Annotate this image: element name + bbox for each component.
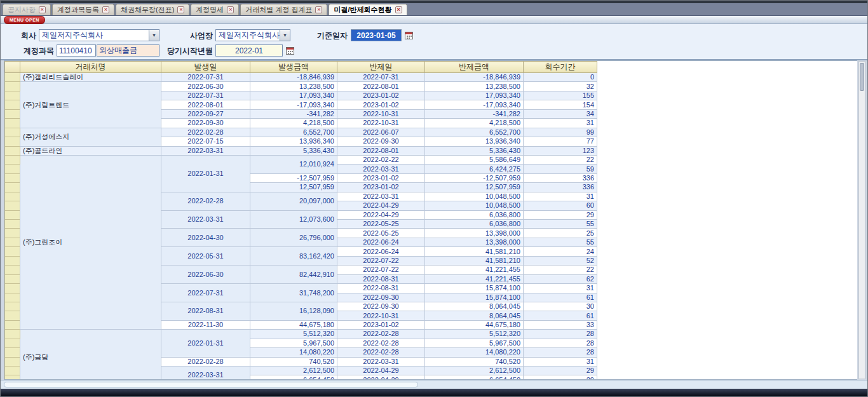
settle-date-cell[interactable]: 2022-03-31: [337, 192, 425, 201]
tab-close-icon[interactable]: ×: [177, 6, 184, 13]
customer-cell[interactable]: (주)금담: [20, 330, 161, 380]
settle-amount-cell[interactable]: 13,398,000: [425, 238, 524, 246]
period-cell[interactable]: 155: [524, 91, 597, 100]
chevron-down-icon[interactable]: ▼: [149, 30, 159, 41]
row-indicator[interactable]: [5, 320, 20, 329]
period-cell[interactable]: 77: [524, 137, 597, 146]
settle-date-cell[interactable]: 2023-01-02: [337, 183, 425, 192]
chevron-down-icon[interactable]: ▼: [280, 30, 290, 41]
settle-date-cell[interactable]: 2023-01-02: [337, 173, 425, 182]
tab-공지사항[interactable]: 공지사항×: [3, 4, 51, 15]
period-cell[interactable]: 28: [524, 339, 597, 347]
period-cell[interactable]: 60: [524, 201, 597, 210]
settle-date-cell[interactable]: 2022-09-30: [337, 137, 425, 146]
settle-amount-cell[interactable]: 41,581,210: [425, 247, 524, 256]
occur-amount-cell[interactable]: -12,507,959: [250, 173, 337, 182]
settle-amount-cell[interactable]: 10,048,500: [425, 201, 524, 210]
settle-date-cell[interactable]: 2022-03-31: [337, 165, 425, 173]
settle-amount-cell[interactable]: -341,282: [425, 109, 524, 118]
occur-amount-cell[interactable]: 17,093,340: [250, 91, 337, 100]
period-cell[interactable]: 31: [524, 357, 597, 366]
settle-amount-cell[interactable]: 14,080,220: [425, 348, 524, 357]
customer-cell[interactable]: (주)거성에스지: [20, 128, 161, 146]
period-cell[interactable]: 29: [524, 375, 597, 380]
account-name-input[interactable]: [97, 44, 159, 57]
occur-amount-cell[interactable]: 13,238,500: [250, 82, 337, 91]
menu-open-button[interactable]: MENU OPEN: [4, 16, 45, 24]
column-header-period[interactable]: 회수기간: [524, 62, 597, 73]
settle-amount-cell[interactable]: 13,238,500: [425, 82, 524, 91]
row-indicator[interactable]: [5, 201, 20, 210]
settle-amount-cell[interactable]: 5,512,320: [425, 330, 524, 339]
horizontal-scrollbar-thumb[interactable]: [4, 382, 418, 387]
period-cell[interactable]: 34: [524, 109, 597, 118]
settle-amount-cell[interactable]: 2,612,500: [425, 367, 524, 375]
occur-amount-cell[interactable]: 5,967,500: [250, 339, 337, 347]
period-cell[interactable]: 59: [524, 165, 597, 173]
tab-close-icon[interactable]: ×: [315, 6, 322, 13]
settle-amount-cell[interactable]: 13,936,340: [425, 137, 524, 146]
settle-amount-cell[interactable]: 15,874,100: [425, 284, 524, 293]
settle-amount-cell[interactable]: 41,581,210: [425, 256, 524, 265]
period-cell[interactable]: 336: [524, 183, 597, 192]
row-indicator[interactable]: [5, 256, 20, 265]
occur-date-cell[interactable]: 2022-07-31: [161, 284, 250, 302]
tab-거래처별 계정 집계표[interactable]: 거래처별 계정 집계표×: [240, 4, 327, 15]
customer-cell[interactable]: (주)그린조이: [20, 155, 161, 329]
occur-date-cell[interactable]: 2022-07-31: [161, 73, 250, 82]
row-indicator[interactable]: [5, 238, 20, 246]
settle-date-cell[interactable]: 2022-06-07: [337, 128, 425, 137]
settle-date-cell[interactable]: 2022-04-29: [337, 367, 425, 375]
settle-amount-cell[interactable]: -17,093,340: [425, 100, 524, 109]
settle-amount-cell[interactable]: 6,654,450: [425, 375, 524, 380]
occur-date-cell[interactable]: 2022-07-15: [161, 137, 250, 146]
occur-amount-cell[interactable]: 20,097,000: [250, 192, 337, 210]
occur-amount-cell[interactable]: 26,796,000: [250, 229, 337, 247]
settle-date-cell[interactable]: 2023-01-02: [337, 91, 425, 100]
settle-date-cell[interactable]: 2022-10-31: [337, 119, 425, 128]
column-header-settle-date[interactable]: 반제일: [337, 62, 425, 73]
tab-미결/반제회수현황[interactable]: 미결/반제회수현황×: [329, 4, 407, 15]
settle-amount-cell[interactable]: 41,221,455: [425, 274, 524, 283]
row-indicator[interactable]: [5, 173, 20, 182]
column-header-customer[interactable]: 거래처명: [20, 62, 161, 73]
occur-amount-cell[interactable]: 5,512,320: [250, 330, 337, 339]
occur-date-cell[interactable]: 2022-01-31: [161, 330, 250, 357]
settle-date-cell[interactable]: 2022-07-31: [337, 73, 425, 82]
row-indicator[interactable]: [5, 284, 20, 293]
period-cell[interactable]: 61: [524, 311, 597, 320]
occur-date-cell[interactable]: 2022-03-31: [161, 367, 250, 380]
settle-amount-cell[interactable]: -12,507,959: [425, 173, 524, 182]
tab-계정과목등록[interactable]: 계정과목등록×: [52, 4, 114, 15]
settle-amount-cell[interactable]: 6,552,700: [425, 128, 524, 137]
occur-amount-cell[interactable]: -17,093,340: [250, 100, 337, 109]
settle-amount-cell[interactable]: 13,398,000: [425, 229, 524, 238]
settle-date-cell[interactable]: 2022-02-28: [337, 348, 425, 357]
row-indicator[interactable]: [5, 311, 20, 320]
occur-amount-cell[interactable]: 82,442,910: [250, 266, 337, 284]
period-cell[interactable]: 52: [524, 256, 597, 265]
period-cell[interactable]: 30: [524, 302, 597, 311]
settle-date-cell[interactable]: 2022-04-29: [337, 375, 425, 380]
tab-close-icon[interactable]: ×: [39, 6, 46, 13]
occur-date-cell[interactable]: 2022-04-30: [161, 229, 250, 247]
settle-amount-cell[interactable]: 6,424,275: [425, 165, 524, 173]
occur-amount-cell[interactable]: 16,128,090: [250, 302, 337, 320]
customer-cell[interactable]: (주)갤러리드슬레이: [20, 73, 161, 82]
occur-amount-cell[interactable]: 31,748,200: [250, 284, 337, 302]
period-cell[interactable]: 25: [524, 229, 597, 238]
occur-amount-cell[interactable]: 2,612,500: [250, 367, 337, 375]
period-cell[interactable]: 336: [524, 173, 597, 182]
row-indicator[interactable]: [5, 165, 20, 173]
settle-date-cell[interactable]: 2022-07-22: [337, 256, 425, 265]
settle-date-cell[interactable]: 2022-02-28: [337, 330, 425, 339]
period-cell[interactable]: 123: [524, 146, 597, 155]
occur-date-cell[interactable]: 2022-09-27: [161, 109, 250, 118]
occur-amount-cell[interactable]: 12,010,924: [250, 155, 337, 173]
period-cell[interactable]: 0: [524, 73, 597, 82]
settle-date-cell[interactable]: 2022-08-01: [337, 82, 425, 91]
calendar-icon[interactable]: [404, 30, 414, 40]
occur-amount-cell[interactable]: -341,282: [250, 109, 337, 118]
row-indicator[interactable]: [5, 229, 20, 238]
occur-amount-cell[interactable]: 14,080,220: [250, 348, 337, 357]
